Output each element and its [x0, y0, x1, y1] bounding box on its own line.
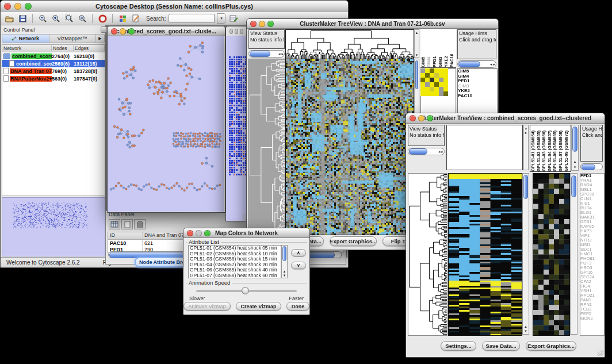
- scrollbar-thumb[interactable]: [582, 164, 595, 170]
- tab-overflow-arrow[interactable]: ▶: [96, 35, 105, 43]
- scrollbar-thumb[interactable]: [415, 60, 418, 89]
- mini-vscrollbar[interactable]: ▴ ▸: [523, 125, 529, 170]
- export-graphics-button[interactable]: Export Graphics...: [526, 341, 576, 351]
- detail-vscrollbar[interactable]: [570, 173, 577, 335]
- array-column-label[interactable]: GPL51-07 (GSM868): [558, 125, 564, 171]
- detail-column-label[interactable]: GIM5: [420, 29, 426, 67]
- array-column-label[interactable]: GPL51-01 (GSM854): [530, 125, 536, 171]
- zoom-button[interactable]: [427, 115, 433, 121]
- labels-vscrollbar[interactable]: ▴ ▾: [571, 125, 579, 171]
- labels-hscrollbar[interactable]: ◂ ▸: [457, 60, 496, 68]
- heatmap-main[interactable]: [285, 59, 414, 235]
- scroll-down-icon[interactable]: ▾: [572, 165, 578, 169]
- zoom-button[interactable]: [240, 29, 243, 34]
- scroll-down-icon[interactable]: ▾: [415, 53, 419, 57]
- close-button[interactable]: [250, 21, 257, 27]
- save-icon[interactable]: [17, 13, 28, 24]
- scrollbar-thumb[interactable]: [523, 175, 528, 199]
- scroll-right-icon[interactable]: ▸: [441, 150, 444, 154]
- array-column-label[interactable]: GPL51-04 (GSM857): [547, 125, 553, 171]
- heatmap-main[interactable]: [448, 173, 522, 336]
- minimize-button[interactable]: [418, 115, 424, 121]
- new-attribute-icon[interactable]: [121, 219, 133, 229]
- scrollbar-thumb[interactable]: [250, 51, 270, 57]
- scroll-up-icon[interactable]: ▴: [282, 269, 287, 273]
- attribute-list-item[interactable]: GPL51-07 (GSM868) heat shock 60 min: [189, 273, 281, 279]
- move-up-button[interactable]: ∧: [291, 249, 306, 256]
- network-list-row[interactable]: RNAPuberNov2+! 563(0) 107847(0): [2, 75, 105, 82]
- zoom-button[interactable]: [267, 21, 274, 27]
- attribute-list[interactable]: GPL51-01 (GSM854) heat shock 05 minGPL51…: [188, 245, 281, 278]
- gene-label[interactable]: MON2: [580, 316, 604, 321]
- move-down-button[interactable]: ∨: [291, 262, 306, 269]
- close-button[interactable]: [187, 230, 193, 236]
- detail-heatmap[interactable]: [533, 173, 570, 336]
- scrollbar-thumb[interactable]: [571, 175, 576, 197]
- delete-attribute-icon[interactable]: [134, 219, 146, 229]
- zoom-button[interactable]: [204, 230, 211, 236]
- array-column-label[interactable]: GPL51-06 (GSM865): [552, 125, 558, 171]
- minimize-button[interactable]: [259, 21, 265, 27]
- titlebar-treeview-dna[interactable]: ClusterMaker TreeView : DNA and Tran 07-…: [247, 19, 498, 29]
- birds-eye-view[interactable]: [2, 197, 105, 256]
- scroll-right-icon[interactable]: ▸: [524, 131, 528, 135]
- detail-column-label[interactable]: GIM3: [438, 29, 443, 67]
- titlebar-network-grid[interactable]: [226, 26, 249, 36]
- column-dendrogram-panel[interactable]: [446, 125, 523, 170]
- scroll-down-icon[interactable]: ▾: [523, 329, 529, 333]
- slider-thumb[interactable]: [242, 287, 249, 294]
- titlebar-map-colors[interactable]: Map Colors to Network: [183, 228, 309, 238]
- zoom-button[interactable]: [25, 3, 32, 10]
- detail-column-label[interactable]: PAC10: [449, 29, 455, 67]
- grid-network-canvas[interactable]: [226, 36, 249, 221]
- detail-row-label[interactable]: PAC10: [458, 94, 497, 99]
- attribute-select-icon[interactable]: [109, 219, 120, 229]
- minimize-button[interactable]: [196, 230, 202, 236]
- scrollbar-thumb[interactable]: [572, 127, 577, 152]
- detail-column-label[interactable]: GIM4: [426, 29, 432, 67]
- search-input[interactable]: [169, 14, 215, 23]
- search-dropdown-arrow[interactable]: ▾: [217, 13, 225, 24]
- vizmapper-icon[interactable]: [117, 13, 128, 24]
- row-dendrogram[interactable]: [408, 173, 447, 336]
- network-list-row[interactable]: DNA and Tran 07 769(0) 183728(0): [2, 67, 105, 75]
- dendrogram-hscrollbar[interactable]: ◂ ▸: [408, 148, 445, 155]
- scrollbar-thumb[interactable]: [409, 148, 427, 155]
- minimize-button[interactable]: [14, 3, 21, 10]
- close-button[interactable]: [410, 115, 416, 121]
- column-dendrogram[interactable]: [285, 29, 414, 59]
- array-column-label[interactable]: GPL51-08 (GSM872): [564, 125, 569, 171]
- mini-vscrollbar[interactable]: ▴ ▾: [414, 29, 419, 58]
- heatmap-vscrollbar[interactable]: ▴ ▾: [522, 173, 529, 335]
- scroll-up-icon[interactable]: ▴: [524, 126, 528, 130]
- labels-hscrollbar[interactable]: [580, 163, 603, 170]
- scroll-down-icon[interactable]: ▾: [282, 273, 287, 277]
- network-list-row[interactable]: combined_scores 2764(0) 16218(0): [2, 52, 105, 60]
- dialog-button[interactable]: Animate Vizmap: [183, 302, 231, 311]
- export-graphics-button[interactable]: Export Graphics...: [330, 236, 377, 246]
- scroll-right-icon[interactable]: ▸: [281, 52, 284, 56]
- network-canvas[interactable]: [108, 36, 224, 212]
- scroll-up-icon[interactable]: ▴: [415, 30, 419, 35]
- tab-vizmapper[interactable]: VizMapper™: [49, 35, 97, 43]
- save-data-button[interactable]: Save Data...: [482, 341, 520, 351]
- minimize-button[interactable]: [235, 29, 238, 34]
- titlebar-cytoscape[interactable]: Cytoscape Desktop (Session Name: collins…: [1, 1, 348, 13]
- detail-column-label[interactable]: YKE2: [443, 29, 449, 67]
- tab-network[interactable]: Network: [2, 35, 49, 43]
- dialog-button[interactable]: Create Vizmap: [236, 302, 281, 311]
- zoom-button[interactable]: [128, 28, 135, 35]
- detail-column-label[interactable]: PFD1: [432, 29, 438, 67]
- attribute-list-vscrollbar[interactable]: ▴ ▾: [281, 245, 288, 278]
- scroll-up-icon[interactable]: ▴: [572, 159, 578, 163]
- annotation-icon[interactable]: [131, 13, 141, 24]
- array-column-label[interactable]: GPL51-02 (GSM855): [536, 125, 542, 171]
- zoom-out-icon[interactable]: [37, 13, 48, 24]
- float-panel-icon[interactable]: [101, 26, 107, 33]
- titlebar-network-view[interactable]: combined_scores_good.txt--cluste...: [108, 26, 225, 36]
- close-button[interactable]: [230, 29, 233, 34]
- zoom-selected-icon[interactable]: [77, 13, 87, 24]
- minimize-button[interactable]: [120, 28, 126, 35]
- array-column-label[interactable]: GPL51-03 (GSM856): [541, 125, 547, 171]
- close-button[interactable]: [4, 3, 11, 10]
